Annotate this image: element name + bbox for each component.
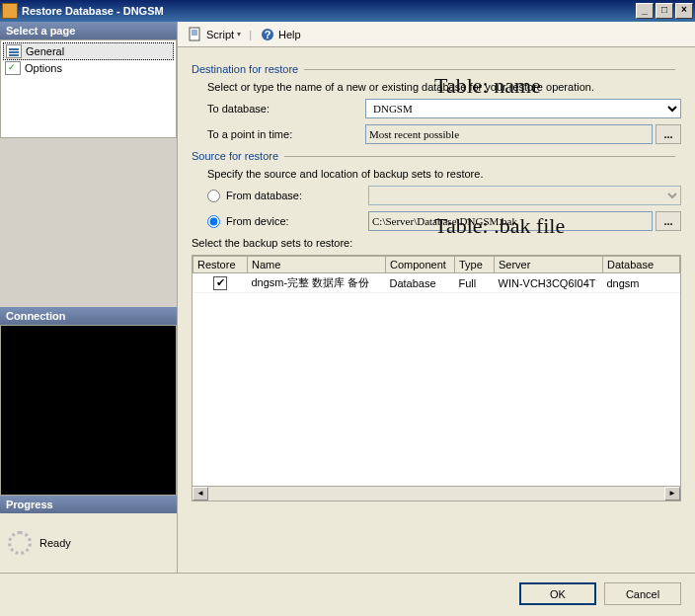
progress-header: Progress xyxy=(0,496,177,513)
page-general[interactable]: General xyxy=(3,42,174,60)
to-database-combo[interactable]: DNGSM xyxy=(365,99,681,118)
connection-header: Connection xyxy=(0,307,177,325)
src-hint: Specify the source and location of backu… xyxy=(207,168,483,180)
script-label: Script xyxy=(206,29,234,40)
script-button[interactable]: Script xyxy=(184,25,245,44)
from-database-combo[interactable] xyxy=(368,186,681,205)
to-point-label: To a point in time: xyxy=(207,128,365,140)
src-section: Source for restore xyxy=(192,150,681,162)
minimize-button[interactable]: _ xyxy=(636,3,654,19)
col-database[interactable]: Database xyxy=(603,257,680,273)
col-type[interactable]: Type xyxy=(455,257,495,273)
from-db-label: From database: xyxy=(226,190,368,201)
help-icon: ? xyxy=(260,27,275,42)
script-icon xyxy=(188,27,203,42)
dest-hint: Select or type the name of a new or exis… xyxy=(207,81,594,93)
from-device-browse-button[interactable]: ... xyxy=(656,211,681,231)
from-device-label: From device: xyxy=(226,215,368,227)
pages-header: Select a page xyxy=(0,22,177,39)
sidebar: Select a page General Options Connection… xyxy=(0,22,178,573)
cancel-button[interactable]: Cancel xyxy=(604,582,681,605)
sets-label: Select the backup sets to restore: xyxy=(192,237,352,249)
spinner-icon xyxy=(8,531,32,555)
cell-component: Database xyxy=(386,273,455,293)
col-server[interactable]: Server xyxy=(495,257,603,273)
progress-status: Ready xyxy=(39,537,71,549)
help-button[interactable]: ? Help xyxy=(256,25,305,44)
cell-type: Full xyxy=(455,273,495,293)
close-button[interactable]: × xyxy=(675,3,693,19)
cell-server: WIN-VCH3CQ6I04T xyxy=(495,273,603,293)
page-options[interactable]: Options xyxy=(3,60,174,76)
ok-button[interactable]: OK xyxy=(519,582,596,605)
col-name[interactable]: Name xyxy=(248,257,386,273)
col-restore[interactable]: Restore xyxy=(193,257,248,273)
col-component[interactable]: Component xyxy=(386,257,455,273)
h-scrollbar[interactable]: ◄ ► xyxy=(192,486,681,501)
page-label: Options xyxy=(25,62,62,74)
from-device-input[interactable] xyxy=(368,211,653,231)
connection-panel xyxy=(0,325,177,496)
to-point-input[interactable] xyxy=(365,124,653,144)
pages-list: General Options xyxy=(0,39,177,138)
general-icon xyxy=(6,44,22,58)
cell-name: dngsm-完整 数据库 备份 xyxy=(248,273,386,293)
from-database-radio[interactable] xyxy=(207,190,220,202)
app-icon xyxy=(2,3,18,19)
options-icon xyxy=(5,61,21,75)
page-label: General xyxy=(26,45,64,57)
help-label: Help xyxy=(278,29,301,40)
to-db-label: To database: xyxy=(207,103,365,115)
footer: OK Cancel xyxy=(0,573,695,614)
to-point-browse-button[interactable]: ... xyxy=(656,124,681,144)
scroll-left-icon[interactable]: ◄ xyxy=(193,487,208,500)
window-title: Restore Database - DNGSM xyxy=(22,5,634,17)
maximize-button[interactable]: □ xyxy=(656,3,673,19)
dest-section: Destination for restore xyxy=(192,63,681,75)
backup-sets-table[interactable]: Restore Name Component Type Server Datab… xyxy=(192,255,681,487)
from-device-radio[interactable] xyxy=(207,215,220,228)
form-area: Destination for restore Select or type t… xyxy=(178,47,695,573)
svg-text:?: ? xyxy=(265,29,271,40)
toolbar: Script | ? Help xyxy=(178,22,695,47)
scroll-right-icon[interactable]: ► xyxy=(664,487,680,500)
restore-checkbox[interactable]: ✔ xyxy=(213,276,227,290)
progress-panel: Ready xyxy=(0,513,177,573)
table-row[interactable]: ✔ dngsm-完整 数据库 备份 Database Full WIN-VCH3… xyxy=(193,273,680,293)
title-bar: Restore Database - DNGSM _ □ × xyxy=(0,0,695,22)
cell-database: dngsm xyxy=(603,273,680,293)
main-panel: Script | ? Help Destination for restore … xyxy=(178,22,695,573)
